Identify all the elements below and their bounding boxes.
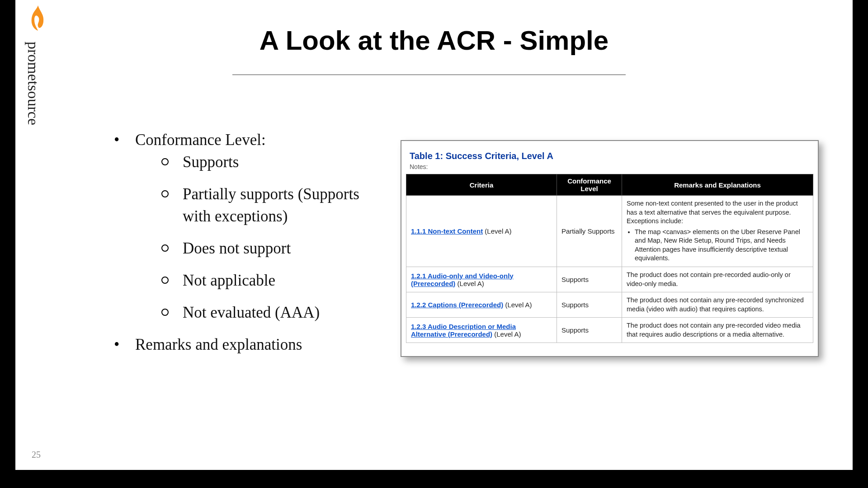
conformance-sublist: Supports Partially supports (Supports wi… xyxy=(135,151,391,324)
sub-supports: Supports xyxy=(135,151,391,173)
brand-strip: prometsource xyxy=(24,5,52,125)
table-row: 1.1.1 Non-text Content (Level A) Partial… xyxy=(406,196,813,267)
slide-title: A Look at the ACR - Simple xyxy=(15,25,853,56)
acr-table: Criteria Conformance Level Remarks and E… xyxy=(406,174,813,343)
acr-table-card: Table 1: Success Criteria, Level A Notes… xyxy=(401,140,819,357)
sub-not-evaluated: Not evaluated (AAA) xyxy=(135,301,391,324)
bullet-remarks: Remarks and explanations xyxy=(135,336,302,353)
remarks-intro: Some non-text content presented to the u… xyxy=(627,200,798,225)
sub-does-not-support: Does not support xyxy=(135,237,391,259)
criteria-suffix: (Level A) xyxy=(455,280,484,287)
left-content: Conformance Level: Supports Partially su… xyxy=(106,129,391,364)
criteria-link-122[interactable]: 1.2.2 Captions (Prerecorded) xyxy=(411,301,503,309)
th-criteria: Criteria xyxy=(406,174,557,196)
table-header-row: Criteria Conformance Level Remarks and E… xyxy=(406,174,813,196)
table-row: 1.2.1 Audio-only and Video-only (Prereco… xyxy=(406,267,813,292)
cell-remarks: Some non-text content presented to the u… xyxy=(627,199,808,263)
cell-level: Partially Supports xyxy=(557,196,622,267)
sub-partially-supports: Partially supports (Supports with except… xyxy=(135,183,391,227)
cell-remarks: The product does not contain any pre-rec… xyxy=(627,321,808,339)
cell-level: Supports xyxy=(557,292,622,318)
criteria-suffix: (Level A) xyxy=(483,227,511,235)
bullet-conformance-level: Conformance Level: xyxy=(135,131,266,149)
slide-number: 25 xyxy=(32,450,41,460)
table-row: 1.2.2 Captions (Prerecorded) (Level A) S… xyxy=(406,292,813,318)
title-rule xyxy=(232,75,626,75)
criteria-suffix: (Level A) xyxy=(503,301,532,309)
table-row: 1.2.3 Audio Description or Media Alterna… xyxy=(406,318,813,343)
cell-remarks: The product does not contain any pre-rec… xyxy=(627,296,808,314)
remarks-bullet: The map <canvas> elements on the Uber Re… xyxy=(635,228,808,263)
slide: prometsource A Look at the ACR - Simple … xyxy=(15,0,853,470)
sub-not-applicable: Not applicable xyxy=(135,269,391,291)
cell-level: Supports xyxy=(557,267,622,292)
criteria-suffix: (Level A) xyxy=(492,330,521,338)
table-notes-label: Notes: xyxy=(410,163,813,170)
th-level: Conformance Level xyxy=(557,174,622,196)
cell-level: Supports xyxy=(557,318,622,343)
criteria-link-111[interactable]: 1.1.1 Non-text Content xyxy=(411,227,483,235)
th-remarks: Remarks and Explanations xyxy=(622,174,813,196)
cell-remarks: The product does not contain pre-recorde… xyxy=(627,271,808,288)
table-title: Table 1: Success Criteria, Level A xyxy=(410,151,813,161)
